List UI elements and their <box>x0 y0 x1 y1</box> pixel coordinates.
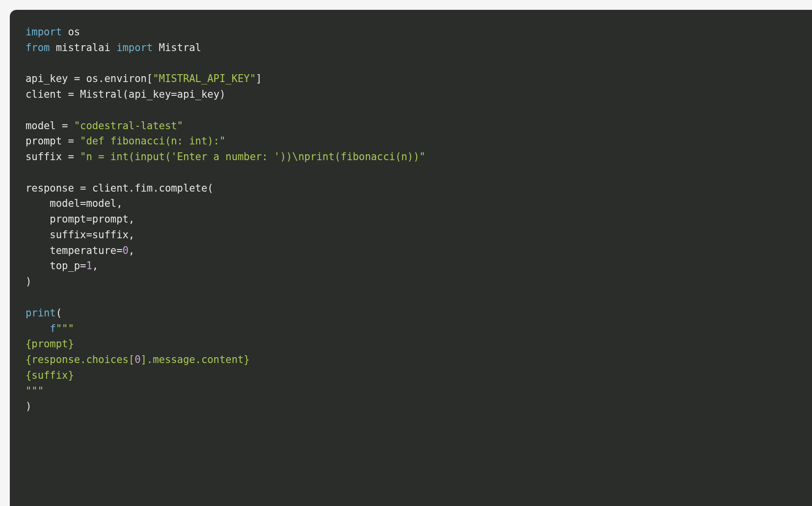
var-client: client <box>26 88 68 100</box>
space <box>74 135 80 147</box>
module-mistralai: mistralai <box>50 42 116 54</box>
op-eq: = <box>62 120 68 132</box>
arg-apikey: api_key) <box>177 88 226 100</box>
num-one: 1 <box>86 260 92 272</box>
space <box>74 151 80 163</box>
string-apikey-env: "MISTRAL_API_KEY" <box>153 73 256 84</box>
op-eq: = <box>86 213 92 225</box>
call-mistral: Mistral(api_key <box>74 88 171 100</box>
bracket-close: ] <box>256 73 262 84</box>
call-complete: client.fim.complete( <box>86 182 213 194</box>
val-suffix: suffix, <box>92 229 135 241</box>
fstring-choices-a: {response.choices[ <box>26 354 135 365</box>
var-apikey: api_key <box>26 73 74 84</box>
f-prefix: f <box>50 323 55 335</box>
triple-quote-close: """ <box>26 385 44 397</box>
string-suffix: "n = int(input('Enter a number: '))\npri… <box>80 151 426 163</box>
op-eq: = <box>80 260 86 272</box>
var-response: response <box>26 182 80 194</box>
comma: , <box>92 260 98 272</box>
string-model: "codestral-latest" <box>74 120 183 132</box>
expr-environ: os.environ[ <box>80 73 153 84</box>
comma: , <box>129 245 135 256</box>
paren-close: ) <box>26 276 31 287</box>
num-index: 0 <box>135 354 140 365</box>
kwarg-suffix: suffix <box>26 229 86 241</box>
op-eq: = <box>74 73 80 84</box>
kwarg-prompt: prompt <box>26 213 86 225</box>
var-prompt: prompt <box>26 135 68 147</box>
fstring-prompt: {prompt} <box>26 338 74 350</box>
module-os: os <box>62 26 80 38</box>
indent <box>26 323 50 335</box>
code-block: import os from mistralai import Mistral … <box>10 10 812 506</box>
kwarg-topp: top_p <box>26 260 80 272</box>
triple-quote-open: """ <box>56 323 74 335</box>
val-prompt: prompt, <box>92 213 135 225</box>
string-prompt: "def fibonacci(n: int):" <box>80 135 225 147</box>
op-eq: = <box>68 88 74 100</box>
op-eq: = <box>80 197 86 209</box>
space <box>68 120 74 132</box>
keyword-import: import <box>26 26 62 38</box>
keyword-import-2: import <box>116 42 153 54</box>
op-eq: = <box>116 245 122 256</box>
num-zero: 0 <box>122 245 128 256</box>
var-model: model <box>26 120 62 132</box>
name-mistral: Mistral <box>153 42 201 54</box>
op-eq: = <box>171 88 177 100</box>
paren-close: ) <box>26 400 31 412</box>
op-eq: = <box>80 182 86 194</box>
fn-print: print <box>26 307 56 319</box>
kwarg-model: model <box>26 197 80 209</box>
val-model: model, <box>86 197 122 209</box>
keyword-from: from <box>26 42 50 54</box>
op-eq: = <box>86 229 92 241</box>
code-content: import os from mistralai import Mistral … <box>26 25 806 415</box>
kwarg-temperature: temperature <box>26 245 116 256</box>
op-eq: = <box>68 151 74 163</box>
fstring-choices-b: ].message.content} <box>141 354 250 365</box>
var-suffix: suffix <box>26 151 68 163</box>
fstring-suffix: {suffix} <box>26 369 74 381</box>
op-eq: = <box>68 135 74 147</box>
paren-open: ( <box>56 307 62 319</box>
